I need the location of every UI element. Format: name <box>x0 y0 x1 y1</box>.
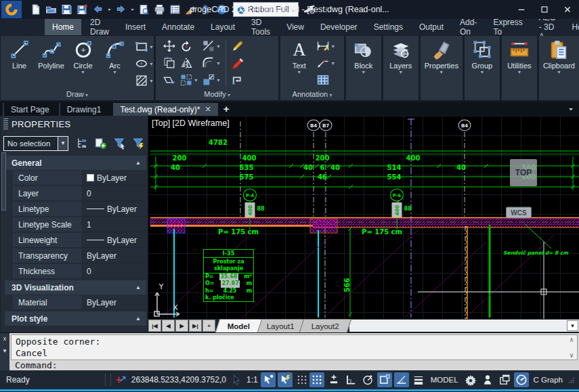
command-expand-icon[interactable]: ▾ <box>3 347 7 354</box>
ribbon-tab-home[interactable]: Home <box>45 19 81 35</box>
close-tab-icon[interactable]: ✕ <box>205 105 211 114</box>
pedit-button[interactable] <box>231 72 244 88</box>
group-button[interactable]: Group ▼ <box>469 38 496 75</box>
layout-nav-button[interactable]: |◀ <box>148 320 161 332</box>
ribbon-tab-add-on[interactable]: Add-On <box>452 19 484 35</box>
selection-dropdown[interactable]: No selection ▼ <box>3 136 68 151</box>
modify-panel-label[interactable]: Modify <box>156 89 278 100</box>
ribbon-tab-help[interactable]: Help <box>564 19 579 35</box>
ribbon-tab-output[interactable]: Output <box>412 19 451 35</box>
close-button[interactable] <box>556 1 579 18</box>
polyline-button[interactable]: Polyline <box>35 38 67 75</box>
properties-scrollbar[interactable] <box>0 116 1 332</box>
dimension-button[interactable]: ▼ <box>316 38 335 54</box>
stretch-button[interactable] <box>163 72 176 88</box>
save-icon[interactable] <box>60 2 74 17</box>
command-input[interactable]: Command: <box>9 360 579 370</box>
ucs-wcs-badge[interactable]: WCS <box>506 207 532 219</box>
text-button[interactable]: A Text ▼ <box>283 38 315 75</box>
property-value[interactable]: ByLayer <box>82 171 146 186</box>
mirror-button[interactable] <box>179 55 198 71</box>
status-label-c-graph[interactable]: C Graph <box>534 376 563 384</box>
status-scale[interactable]: 1:1 <box>246 375 258 385</box>
maximize-button[interactable] <box>533 1 556 18</box>
document-tab[interactable]: Test.dwg (Read-only)* ✕ <box>113 103 217 116</box>
annotation-panel-label[interactable]: Annotation <box>280 89 343 100</box>
ribbon-tab-layout[interactable]: Layout <box>203 19 242 35</box>
ribbon-tab-view[interactable]: View <box>279 19 312 35</box>
open-folder-icon[interactable] <box>44 2 58 17</box>
section-header[interactable]: Plot style▲ <box>5 311 146 326</box>
erase-button[interactable] <box>231 55 244 71</box>
leader-button[interactable]: ▼ <box>316 55 335 71</box>
layout-list-dropdown-icon[interactable]: ▼ <box>567 320 578 331</box>
esnap-icon[interactable] <box>377 372 392 387</box>
cursor-dark-icon[interactable] <box>229 372 244 387</box>
property-value[interactable]: ByLayer <box>82 295 146 310</box>
scroll-up-icon[interactable]: ∧ <box>570 336 574 343</box>
edit-pencil-button[interactable] <box>231 38 244 54</box>
section-header[interactable]: 3D Visualization▲ <box>5 280 146 295</box>
layout-nav-button[interactable]: ◀ <box>162 320 175 332</box>
save-as-icon[interactable] <box>75 2 89 17</box>
document-tab[interactable]: Drawing1 <box>59 103 108 116</box>
arc-button[interactable]: Arc ▼ <box>99 38 131 75</box>
utilities-button[interactable]: Utilities ▼ <box>506 38 533 75</box>
hatch-button[interactable]: ▼ <box>135 72 154 89</box>
cursor-flash-icon[interactable] <box>278 372 293 387</box>
filter-icon[interactable] <box>113 137 126 150</box>
property-value[interactable]: ByLayer <box>82 248 146 263</box>
viewport-controls[interactable]: [Top] [2D Wireframe] <box>152 118 230 128</box>
snap-icon[interactable] <box>326 372 341 387</box>
properties-button[interactable]: Properties ▼ <box>425 38 458 75</box>
etrack-icon[interactable] <box>394 372 409 387</box>
ribbon-tab-insert[interactable]: Insert <box>118 19 153 35</box>
clipboard-button[interactable]: Clipboard ▼ <box>543 38 575 75</box>
layout-nav-button[interactable]: ▶| <box>189 320 202 332</box>
section-header[interactable]: General▲ <box>5 156 146 170</box>
ellipse-button[interactable]: ▼ <box>135 56 154 72</box>
document-tab[interactable]: Start Page <box>3 103 56 116</box>
property-value[interactable]: 0 <box>82 186 146 201</box>
coordinates-icon[interactable] <box>114 372 129 387</box>
property-value[interactable]: 0 <box>82 264 146 279</box>
status-label-model[interactable]: MODEL <box>431 376 458 384</box>
status-coordinates[interactable]: 263848.5233,4209.3752,0 <box>131 375 226 385</box>
ribbon-tab-3d-tools[interactable]: 3D Tools <box>244 19 278 35</box>
qat-overflow-icon[interactable] <box>322 3 331 16</box>
tab-list-dropdown-icon[interactable] <box>567 105 575 113</box>
layout-bar-scroll[interactable]: ▼ <box>349 320 579 332</box>
grid-icon[interactable] <box>309 372 324 387</box>
block-button[interactable]: Block ▼ <box>350 38 377 75</box>
sync-icon[interactable] <box>199 2 213 17</box>
new-file-icon[interactable] <box>28 2 43 17</box>
ribbon-tab-settings[interactable]: Settings <box>366 19 410 35</box>
polar-icon[interactable] <box>360 372 375 387</box>
clean-screen-icon[interactable] <box>184 2 198 17</box>
layers-button[interactable]: Layers ▼ <box>387 38 414 75</box>
line-button[interactable]: Line <box>3 38 35 75</box>
drawing-viewport[interactable]: 4782200400200400405354064051440560575465… <box>148 116 579 319</box>
array-button[interactable]: ▼ <box>179 72 198 88</box>
scroll-down-icon[interactable]: ∨ <box>570 351 574 359</box>
ortho-icon[interactable] <box>343 372 358 387</box>
ribbon-tab-2d-draw[interactable]: 2D Draw <box>83 19 116 35</box>
undo-icon[interactable] <box>91 2 105 17</box>
layout-nav-button[interactable]: ▶ <box>175 320 188 332</box>
draw-panel-label[interactable]: Draw <box>1 89 154 100</box>
add-selection-icon[interactable] <box>94 137 107 150</box>
table-button[interactable] <box>316 72 335 88</box>
layout-tab-model[interactable]: Model <box>215 319 263 332</box>
fillet-button[interactable]: ▼ <box>202 55 221 71</box>
help-icon[interactable]: ? <box>215 2 229 17</box>
minimize-button[interactable] <box>510 1 533 18</box>
scale-button[interactable]: ▼ <box>202 72 221 88</box>
gauge-icon[interactable] <box>514 372 529 387</box>
lineweight-icon[interactable] <box>411 372 426 387</box>
cascade-windows-icon[interactable] <box>497 372 512 387</box>
quick-select-icon[interactable] <box>75 137 88 150</box>
property-value[interactable]: ByLayer <box>82 233 146 248</box>
rotate-button[interactable] <box>179 38 198 54</box>
print-preview-icon[interactable] <box>137 2 151 17</box>
command-history[interactable]: Opposite corner:Cancel ∧ ∨ <box>11 334 578 360</box>
